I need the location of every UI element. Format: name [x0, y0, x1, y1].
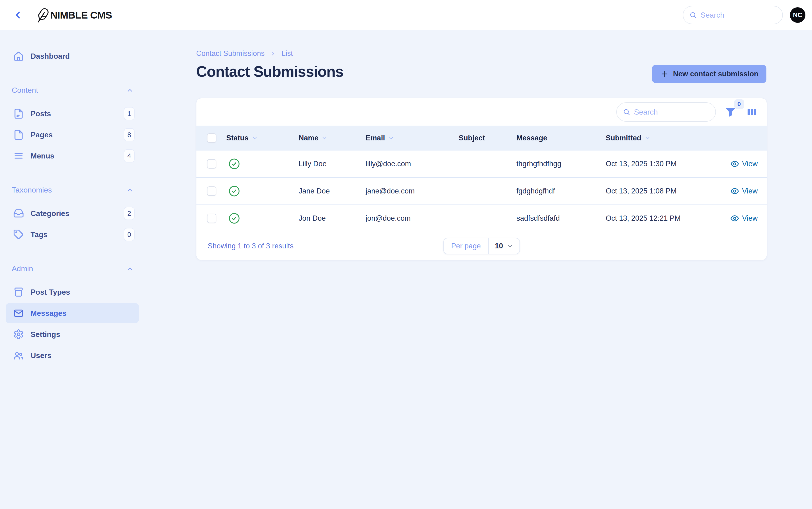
page-title: Contact Submissions [196, 63, 343, 80]
breadcrumb-list[interactable]: List [282, 49, 293, 58]
eye-icon [730, 186, 739, 196]
row-checkbox[interactable] [207, 159, 217, 169]
new-contact-submission-button[interactable]: New contact submission [652, 65, 767, 83]
sidebar-item-label: Dashboard [31, 52, 70, 61]
global-search [683, 6, 783, 24]
mail-icon [13, 308, 24, 318]
select-all-checkbox[interactable] [207, 133, 217, 143]
count-badge: 8 [124, 128, 135, 141]
sidebar-item-posts[interactable]: Posts 1 [6, 104, 139, 124]
columns-button[interactable] [746, 106, 757, 117]
sidebar-item-label: Users [31, 351, 52, 360]
chevron-down-icon [251, 135, 258, 141]
select-all-cell [196, 133, 224, 143]
file-text-icon [13, 108, 24, 119]
eye-icon [730, 160, 739, 168]
cell-message: thgrhgfhdfhgg [514, 160, 604, 168]
per-page-control: Per page 10 [443, 238, 520, 254]
table-search [616, 102, 716, 122]
filter-count-badge: 0 [734, 99, 744, 109]
avatar[interactable]: NC [790, 7, 805, 23]
sidebar-item-pages[interactable]: Pages 8 [6, 125, 139, 145]
count-badge: 4 [124, 149, 135, 163]
column-header-name[interactable]: Name [296, 134, 363, 142]
home-icon [13, 51, 24, 62]
cell-submitted: Oct 13, 2025 1:08 PM [604, 187, 704, 195]
chevron-down-icon [507, 243, 513, 249]
back-button[interactable] [12, 9, 24, 21]
sidebar: Dashboard Content Posts 1 Pages 8 [0, 30, 144, 509]
search-icon [623, 108, 630, 116]
check-circle-icon [228, 185, 240, 197]
chevron-left-icon [12, 9, 24, 21]
table-header-row: Status Name Email Subject Message [196, 126, 767, 150]
sidebar-item-messages[interactable]: Messages [6, 303, 139, 323]
sidebar-section-label: Admin [12, 264, 33, 273]
sidebar-section-taxonomies[interactable]: Taxonomies [12, 186, 134, 194]
breadcrumb: Contact Submissions List [196, 49, 812, 58]
cell-email: jane@doe.com [363, 187, 456, 195]
tag-icon [13, 229, 24, 240]
table-row: Jon Doe jon@doe.com sadfsdfsdfafd Oct 13… [196, 205, 767, 232]
column-header-status[interactable]: Status [224, 134, 296, 142]
topbar: NIMBLE CMS NC [0, 0, 812, 30]
cell-name: Jane Doe [296, 187, 363, 195]
cell-name: Lilly Doe [296, 160, 363, 168]
table-row: Lilly Doe lilly@doe.com thgrhgfhdfhgg Oc… [196, 150, 767, 178]
nimble-cms-app: NIMBLE CMS NC Dashboard Content Posts [0, 0, 812, 509]
count-badge: 2 [124, 207, 135, 220]
sidebar-item-tags[interactable]: Tags 0 [6, 225, 139, 245]
cell-name: Jon Doe [296, 214, 363, 223]
sidebar-section-label: Taxonomies [12, 186, 52, 194]
sidebar-item-label: Tags [31, 230, 47, 239]
per-page-select[interactable]: 10 [489, 238, 519, 254]
main-content: Contact Submissions List Contact Submiss… [144, 30, 812, 509]
sidebar-section-admin[interactable]: Admin [12, 264, 134, 273]
table-search-input[interactable] [634, 108, 709, 116]
cell-message: fgdghdgfhdf [514, 187, 604, 195]
count-badge: 1 [124, 107, 135, 120]
view-button[interactable]: View [730, 160, 758, 168]
column-header-submitted[interactable]: Submitted [604, 134, 704, 142]
sidebar-item-menus[interactable]: Menus 4 [6, 146, 139, 166]
sidebar-section-content[interactable]: Content [12, 86, 134, 95]
eye-icon [730, 214, 739, 223]
chevron-up-icon [126, 186, 134, 194]
row-checkbox[interactable] [207, 186, 217, 196]
app-logo: NIMBLE CMS [36, 8, 112, 22]
search-icon [689, 11, 696, 19]
sidebar-item-dashboard[interactable]: Dashboard [6, 46, 139, 66]
app-logo-text: NIMBLE CMS [50, 9, 112, 21]
chevron-down-icon [388, 135, 394, 141]
breadcrumb-contact-submissions[interactable]: Contact Submissions [196, 49, 265, 58]
table-row: Jane Doe jane@doe.com fgdghdgfhdf Oct 13… [196, 178, 767, 205]
sidebar-item-post-types[interactable]: Post Types [6, 282, 139, 302]
feather-logo-icon [34, 7, 51, 23]
gear-icon [13, 329, 24, 340]
global-search-input[interactable] [701, 11, 776, 20]
sidebar-item-label: Posts [31, 109, 51, 118]
per-page-label: Per page [444, 238, 489, 254]
sidebar-item-label: Post Types [31, 288, 70, 297]
sidebar-item-categories[interactable]: Categories 2 [6, 203, 139, 224]
sidebar-item-label: Pages [31, 131, 53, 139]
view-button[interactable]: View [730, 186, 758, 196]
sidebar-item-users[interactable]: Users [6, 345, 139, 366]
archive-icon [13, 287, 24, 298]
per-page-value: 10 [495, 242, 503, 250]
cell-submitted: Oct 13, 2025 1:30 PM [604, 160, 704, 168]
inbox-icon [13, 208, 24, 219]
column-header-email[interactable]: Email [363, 134, 456, 142]
view-label: View [742, 187, 758, 195]
sidebar-section-label: Content [12, 86, 38, 95]
page-header: Contact Submissions New contact submissi… [196, 62, 767, 83]
users-icon [13, 350, 24, 361]
sidebar-item-settings[interactable]: Settings [6, 324, 139, 344]
row-checkbox[interactable] [207, 214, 217, 223]
chevron-up-icon [126, 87, 134, 94]
view-button[interactable]: View [730, 214, 758, 223]
filter-button[interactable]: 0 [725, 106, 736, 117]
cell-email: lilly@doe.com [363, 160, 456, 168]
columns-icon [746, 106, 757, 117]
results-summary: Showing 1 to 3 of 3 results [208, 242, 293, 250]
